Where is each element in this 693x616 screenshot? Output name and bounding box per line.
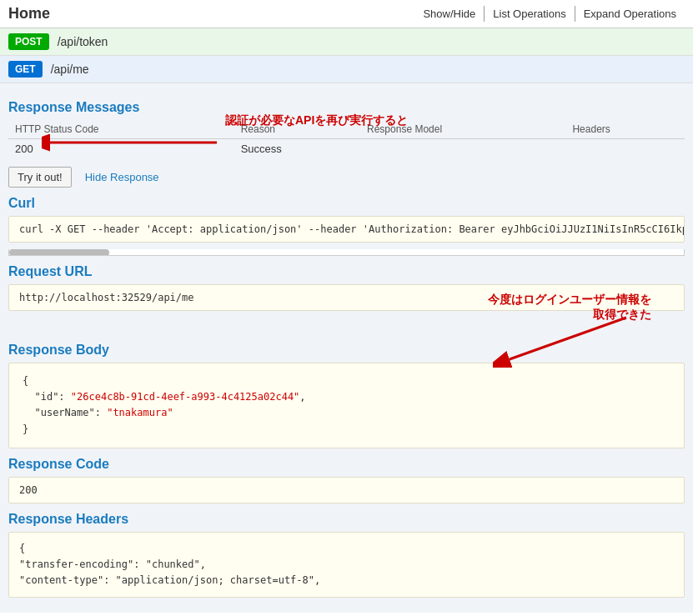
try-it-button[interactable]: Try it out! bbox=[8, 167, 72, 188]
method-badge-post: POST bbox=[8, 33, 49, 50]
response-body-title: Response Body bbox=[8, 343, 685, 358]
col-model: Response Model bbox=[360, 120, 565, 139]
json-id-value: "26ce4c8b-91cd-4eef-a993-4c4125a02c44" bbox=[71, 391, 300, 403]
api-path-get: /api/me bbox=[51, 63, 89, 76]
api-path-post: /api/token bbox=[58, 35, 108, 48]
table-row: 200 Success bbox=[8, 139, 685, 159]
annotation-2-container: 今度はログインユーザー情報を取得できた bbox=[8, 318, 685, 334]
json-username-value: "tnakamura" bbox=[107, 407, 173, 418]
page-title: Home bbox=[8, 5, 50, 23]
json-close: } bbox=[23, 423, 28, 435]
col-status: HTTP Status Code bbox=[8, 120, 234, 139]
response-headers-block: { "transfer-encoding": "chunked", "conte… bbox=[8, 532, 685, 598]
api-row-get[interactable]: GET /api/me bbox=[0, 56, 693, 83]
json-username-key: "userName" bbox=[34, 407, 94, 418]
action-row: Try it out! Hide Response bbox=[8, 167, 685, 188]
request-url-value: http://localhost:32529/api/me bbox=[19, 292, 194, 303]
main-content: Response Messages HTTP Status Code Reaso… bbox=[0, 83, 693, 613]
list-operations-link[interactable]: List Operations bbox=[484, 6, 574, 22]
rh-line-0: { bbox=[19, 543, 25, 554]
expand-operations-link[interactable]: Expand Operations bbox=[575, 6, 685, 22]
response-messages-title: Response Messages bbox=[8, 100, 685, 115]
response-table: HTTP Status Code Reason Response Model H… bbox=[8, 120, 685, 158]
top-bar: Home Show/Hide List Operations Expand Op… bbox=[0, 0, 693, 28]
response-code-block: 200 bbox=[8, 477, 685, 503]
request-url-title: Request URL bbox=[8, 264, 685, 279]
curl-value: curl -X GET --header 'Accept: applicatio… bbox=[19, 223, 685, 235]
reason-text: Success bbox=[234, 139, 360, 159]
arrow-2-svg bbox=[493, 309, 660, 368]
json-open: { bbox=[23, 375, 28, 387]
json-id-key: "id" bbox=[34, 391, 58, 403]
top-links: Show/Hide List Operations Expand Operati… bbox=[414, 6, 685, 22]
response-body-block: { "id": "26ce4c8b-91cd-4eef-a993-4c4125a… bbox=[8, 363, 685, 448]
status-code: 200 bbox=[8, 139, 234, 159]
col-reason: Reason bbox=[234, 120, 360, 139]
api-row-post[interactable]: POST /api/token bbox=[0, 28, 693, 56]
response-code-title: Response Code bbox=[8, 457, 685, 472]
request-url-block: http://localhost:32529/api/me bbox=[8, 284, 685, 311]
curl-block: curl -X GET --header 'Accept: applicatio… bbox=[8, 216, 685, 243]
rh-line-2: "content-type": "application/json; chars… bbox=[19, 574, 320, 586]
rh-line-1: "transfer-encoding": "chunked", bbox=[19, 558, 206, 570]
curl-title: Curl bbox=[8, 196, 685, 211]
show-hide-link[interactable]: Show/Hide bbox=[414, 6, 484, 22]
response-headers-title: Response Headers bbox=[8, 512, 685, 527]
response-code-value: 200 bbox=[19, 484, 38, 496]
hide-response-link[interactable]: Hide Response bbox=[85, 171, 159, 183]
method-badge-get: GET bbox=[8, 61, 43, 78]
col-headers: Headers bbox=[565, 120, 685, 139]
curl-scrollbar[interactable] bbox=[8, 249, 685, 256]
